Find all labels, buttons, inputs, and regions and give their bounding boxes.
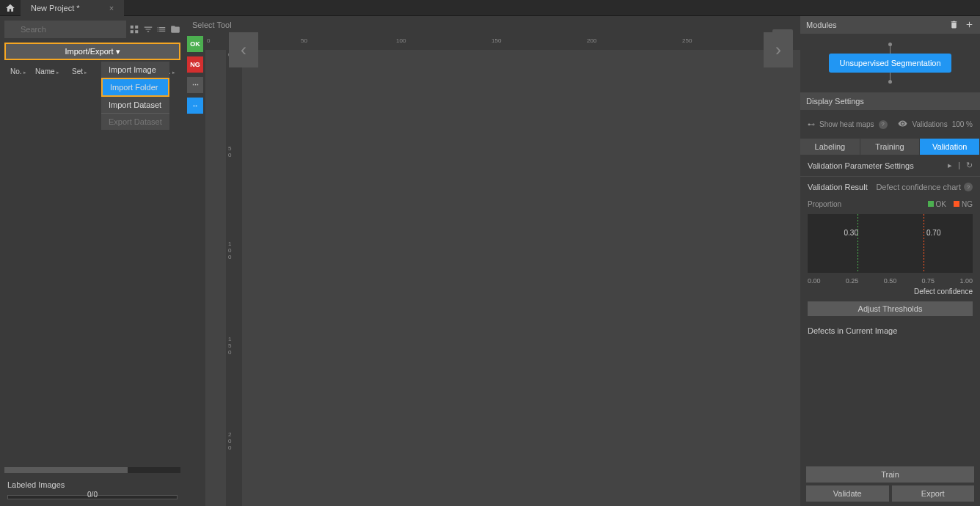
help-icon[interactable]: ? (879, 120, 888, 129)
help-icon[interactable]: ? (964, 183, 973, 191)
tool-clear-button[interactable]: ⋯ (187, 77, 203, 93)
tab-labeling[interactable]: Labeling (800, 139, 860, 155)
labeled-images-title: Labeled Images (7, 480, 178, 489)
ruler-horizontal: 0 50 100 150 200 250 300 (205, 34, 800, 50)
import-export-button[interactable]: Import/Export ▾ Import Image Import Fold… (4, 43, 180, 60)
threshold-ok-line[interactable] (858, 214, 858, 273)
search-input[interactable] (4, 21, 126, 38)
prev-image-button[interactable]: ‹ (229, 32, 258, 67)
train-button[interactable]: Train (806, 466, 974, 483)
modules-title: Modules (806, 21, 837, 29)
expand-icon[interactable]: ▸ (948, 161, 952, 170)
defects-current-label: Defects in Current Image (800, 320, 980, 341)
image-list (0, 80, 185, 464)
keyboard-icon[interactable] (772, 29, 793, 43)
tool-palette: OK NG ⋯ ↔ (185, 34, 205, 506)
svg-rect-2 (131, 30, 134, 33)
tab-training[interactable]: Training (860, 139, 921, 155)
svg-rect-1 (135, 26, 138, 29)
import-export-menu: Import Image Import Folder Import Datase… (101, 62, 169, 130)
threshold-ng-line[interactable] (924, 214, 924, 273)
svg-rect-0 (131, 26, 134, 29)
defect-chart-label: Defect confidence chart (876, 183, 961, 191)
chart-x-axis: 0.00 0.25 0.50 0.75 1.00 (800, 276, 980, 286)
col-no[interactable]: No. (4, 65, 29, 78)
tool-ok-button[interactable]: OK (187, 36, 203, 52)
menu-import-image[interactable]: Import Image (101, 62, 169, 78)
folder-icon[interactable] (170, 21, 181, 38)
filter-icon[interactable] (143, 21, 154, 38)
right-panel: Modules Unsupervised Segmentation Displa… (800, 16, 980, 506)
tool-ng-button[interactable]: NG (187, 56, 203, 73)
menu-import-folder[interactable]: Import Folder (101, 78, 169, 97)
menu-import-dataset[interactable]: Import Dataset (101, 97, 169, 113)
add-module-icon[interactable] (965, 20, 974, 31)
reset-icon[interactable]: ↻ (966, 161, 973, 170)
col-set[interactable]: Set (66, 65, 97, 78)
validation-params-label: Validation Parameter Settings (808, 161, 914, 170)
module-flow: Unsupervised Segmentation (800, 34, 980, 92)
proportion-label: Proportion (808, 200, 841, 208)
eye-icon[interactable] (898, 119, 907, 130)
defect-confidence-chart: 0.30 0.70 (808, 214, 973, 273)
adjust-thresholds-button[interactable]: Adjust Thresholds (808, 301, 973, 316)
project-tab[interactable]: New Project * × (21, 0, 124, 16)
select-tool-bar[interactable]: Select Tool (185, 16, 800, 34)
project-tab-title: New Project * (31, 4, 80, 12)
legend-ok-color (928, 201, 934, 207)
tab-validation[interactable]: Validation (920, 139, 980, 155)
menu-export-dataset: Export Dataset (101, 114, 169, 130)
legend-ng-color (954, 201, 959, 207)
validation-result-label: Validation Result (808, 183, 868, 191)
horizontal-scrollbar[interactable] (4, 467, 180, 473)
ruler-vertical: 0 50 100 150 200 (226, 50, 242, 506)
col-name[interactable]: Name (29, 65, 66, 78)
validations-pct: 100 % (952, 120, 973, 128)
module-node[interactable]: Unsupervised Segmentation (829, 54, 951, 73)
close-tab-icon[interactable]: × (109, 4, 114, 12)
validations-label: Validations (912, 120, 947, 128)
tool-move-button[interactable]: ↔ (187, 98, 203, 114)
left-panel: Import/Export ▾ Import Image Import Fold… (0, 16, 185, 506)
canvas-panel: Select Tool OK NG ⋯ ↔ 0 50 100 150 200 2… (185, 16, 800, 506)
export-button[interactable]: Export (892, 485, 975, 502)
view-mode-icon[interactable] (129, 21, 140, 38)
labeled-progress-text: 0/0 (7, 491, 178, 499)
list-icon[interactable] (156, 21, 167, 38)
delete-module-icon[interactable] (949, 20, 959, 31)
home-button[interactable] (0, 0, 21, 16)
display-settings-header[interactable]: Display Settings (800, 92, 980, 110)
show-heat-maps-label: Show heat maps (819, 120, 874, 128)
svg-rect-3 (135, 30, 138, 33)
toggle-icon[interactable]: ⊷ (808, 120, 815, 128)
x-axis-title: Defect confidence (800, 286, 980, 297)
validate-button[interactable]: Validate (806, 485, 889, 502)
